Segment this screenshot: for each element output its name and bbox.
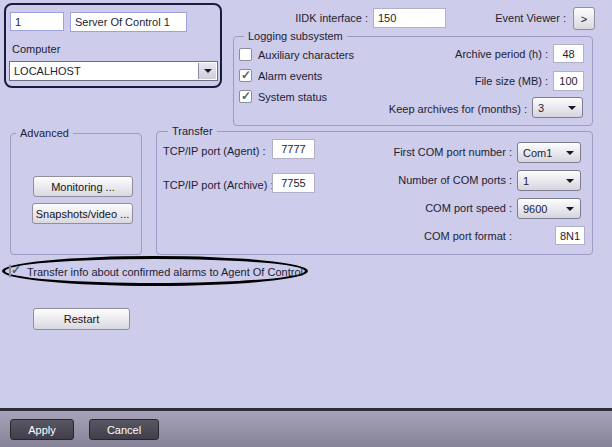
event-viewer-button[interactable]: > xyxy=(573,7,595,30)
computer-combobox-arrow-button[interactable] xyxy=(198,63,216,79)
arrow-right-icon: > xyxy=(581,13,587,25)
com-port-speed-dropdown[interactable]: 9600 xyxy=(517,198,581,219)
tcp-port-agent-field[interactable] xyxy=(272,139,315,159)
id-field[interactable] xyxy=(10,12,64,31)
number-of-com-ports-dropdown[interactable]: 1 xyxy=(517,170,581,191)
alarm-events-label: Alarm events xyxy=(258,70,322,82)
first-com-port-dropdown[interactable]: Com1 xyxy=(517,142,581,163)
advanced-title: Advanced xyxy=(16,126,73,140)
tcp-port-archive-field[interactable] xyxy=(272,173,315,193)
advanced-group: Advanced Monitoring ... Snapshots/video … xyxy=(10,133,142,255)
transfer-title: Transfer xyxy=(168,124,217,138)
chevron-down-icon xyxy=(568,106,576,110)
first-com-port-label: First COM port number : xyxy=(370,146,512,158)
name-field[interactable] xyxy=(70,12,187,32)
com-port-speed-label: COM port speed : xyxy=(370,202,512,214)
logging-subsystem-group: Logging subsystem Auxiliary characters A… xyxy=(233,36,593,126)
chevron-down-icon xyxy=(566,207,574,211)
number-of-com-ports-value: 1 xyxy=(523,175,529,187)
keep-archives-value: 3 xyxy=(538,102,544,114)
chevron-down-icon xyxy=(566,151,574,155)
system-status-row: System status xyxy=(239,90,327,103)
footer-bar: Apply Cancel xyxy=(0,411,612,447)
system-status-checkbox[interactable] xyxy=(239,90,252,103)
logging-subsystem-title: Logging subsystem xyxy=(244,29,347,43)
transfer-confirmed-alarms-label: Transfer info about confirmed alarms to … xyxy=(27,266,303,278)
auxiliary-characters-checkbox[interactable] xyxy=(239,48,252,61)
computer-combobox[interactable]: LOCALHOST xyxy=(9,61,218,81)
cancel-button[interactable]: Cancel xyxy=(89,419,159,440)
tcp-port-archive-label: TCP/IP port (Archive) : xyxy=(163,179,273,191)
chevron-down-icon xyxy=(566,179,574,183)
alarm-events-row: Alarm events xyxy=(239,69,322,82)
com-port-format-label: COM port format : xyxy=(370,230,512,242)
com-port-speed-value: 9600 xyxy=(523,203,547,215)
apply-button[interactable]: Apply xyxy=(10,419,74,440)
keep-archives-label: Keep archives for (months) : xyxy=(330,103,527,115)
transfer-group: Transfer TCP/IP port (Agent) : TCP/IP po… xyxy=(156,131,593,255)
archive-period-label: Archive period (h) : xyxy=(440,48,548,60)
iidk-interface-label: IIDK interface : xyxy=(260,12,368,24)
archive-period-field[interactable] xyxy=(553,44,584,63)
snapshots-video-button[interactable]: Snapshots/video ... xyxy=(32,203,133,224)
alarm-events-checkbox[interactable] xyxy=(239,69,252,82)
transfer-confirmed-alarms-checkbox[interactable] xyxy=(9,264,11,278)
iidk-interface-field[interactable] xyxy=(373,8,446,28)
server-of-control-settings-panel: Computer LOCALHOST IIDK interface : Even… xyxy=(0,0,612,447)
computer-combobox-value: LOCALHOST xyxy=(14,65,81,77)
com-port-format-field[interactable] xyxy=(555,226,585,245)
monitoring-button[interactable]: Monitoring ... xyxy=(33,176,133,197)
computer-label: Computer xyxy=(12,43,60,55)
identity-group: Computer LOCALHOST xyxy=(4,3,222,88)
file-size-field[interactable] xyxy=(553,71,584,91)
keep-archives-dropdown[interactable]: 3 xyxy=(532,97,583,118)
first-com-port-value: Com1 xyxy=(523,147,552,159)
auxiliary-characters-row: Auxiliary characters xyxy=(239,48,354,61)
tcp-port-agent-label: TCP/IP port (Agent) : xyxy=(163,145,266,157)
chevron-down-icon xyxy=(204,69,212,73)
event-viewer-label: Event Viewer : xyxy=(487,12,566,24)
file-size-label: File size (MB) : xyxy=(440,75,548,87)
restart-button[interactable]: Restart xyxy=(33,308,130,330)
system-status-label: System status xyxy=(258,91,327,103)
auxiliary-characters-label: Auxiliary characters xyxy=(258,49,354,61)
number-of-com-ports-label: Number of COM ports : xyxy=(370,174,512,186)
